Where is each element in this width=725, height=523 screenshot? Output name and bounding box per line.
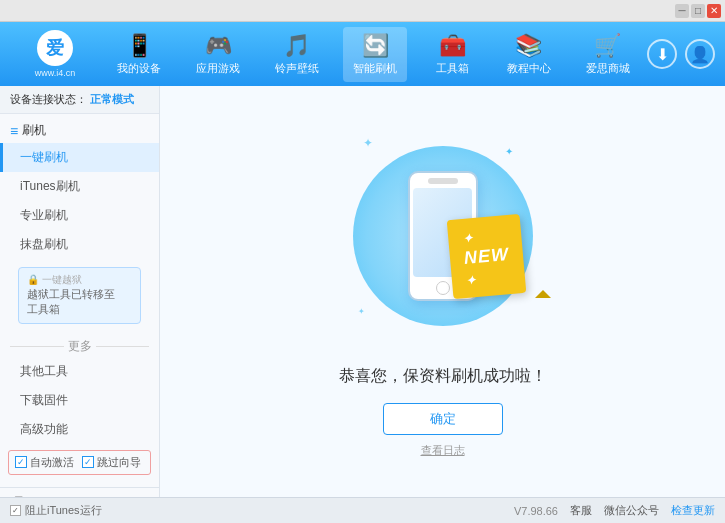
sparkle-1: ✦ — [363, 136, 373, 150]
notice-lock-label: 🔒 一键越狱 — [27, 273, 132, 287]
stop-itunes-label: 阻止iTunes运行 — [25, 503, 102, 518]
nav-smart-flash-label: 智能刷机 — [353, 61, 397, 76]
nav-tutorials-label: 教程中心 — [507, 61, 551, 76]
main-layout: 设备连接状态： 正常模式 ≡ 刷机 一键刷机 iTunes刷机 专业刷机 抹盘刷… — [0, 86, 725, 497]
nav-apps-label: 应用游戏 — [196, 61, 240, 76]
itunes-flash-label: iTunes刷机 — [20, 179, 80, 193]
sidebar-item-pro-flash[interactable]: 专业刷机 — [0, 201, 159, 230]
logo-area: 爱 www.i4.cn — [10, 30, 100, 78]
sidebar-item-wipe-flash[interactable]: 抹盘刷机 — [0, 230, 159, 259]
nav-tutorials-icon: 📚 — [515, 33, 542, 59]
logo-subtitle: www.i4.cn — [35, 68, 76, 78]
nav-ringtones-icon: 🎵 — [283, 33, 310, 59]
nav-tutorials[interactable]: 📚 教程中心 — [497, 27, 561, 82]
phone-top-bar — [428, 178, 458, 184]
content-area: ✦ ✦ ✦ NEW 恭喜您，保资料刷机成功啦！ 确定 查看日志 — [160, 86, 725, 497]
status-bar: 设备连接状态： 正常模式 — [0, 86, 159, 114]
footer-left: ✓ 阻止iTunes运行 — [10, 503, 102, 518]
auto-activate-cb-icon: ✓ — [15, 456, 27, 468]
nav-apps-games[interactable]: 🎮 应用游戏 — [186, 27, 250, 82]
footer: ✓ 阻止iTunes运行 V7.98.66 客服 微信公众号 检查更新 — [0, 497, 725, 523]
one-click-flash-label: 一键刷机 — [20, 150, 68, 164]
status-value: 正常模式 — [90, 93, 134, 105]
nav-bar: 📱 我的设备 🎮 应用游戏 🎵 铃声壁纸 🔄 智能刷机 🧰 工具箱 📚 教程中心… — [100, 27, 647, 82]
download-firmware-label: 下载固件 — [20, 393, 68, 407]
nav-store-icon: 🛒 — [594, 33, 621, 59]
sparkle-2: ✦ — [505, 146, 513, 157]
advanced-label: 高级功能 — [20, 422, 68, 436]
nav-store-label: 爱思商城 — [586, 61, 630, 76]
other-tools-label: 其他工具 — [20, 364, 68, 378]
sparkle-3: ✦ — [358, 307, 365, 316]
flash-section-icon: ≡ — [10, 123, 18, 139]
new-badge: NEW — [446, 213, 526, 298]
ribbon-right — [543, 290, 551, 298]
auto-activate-label: 自动激活 — [30, 455, 74, 470]
header-actions: ⬇ 👤 — [647, 39, 715, 69]
wipe-flash-label: 抹盘刷机 — [20, 237, 68, 251]
nav-smart-flash-icon: 🔄 — [362, 33, 389, 59]
header: 爱 www.i4.cn 📱 我的设备 🎮 应用游戏 🎵 铃声壁纸 🔄 智能刷机 … — [0, 22, 725, 86]
secondary-link[interactable]: 查看日志 — [421, 443, 465, 458]
sidebar-item-download-firmware[interactable]: 下载固件 — [0, 386, 159, 415]
checkbox-row: ✓ 自动激活 ✓ 跳过向导 — [8, 450, 151, 475]
auto-activate-checkbox[interactable]: ✓ 自动激活 — [15, 455, 74, 470]
phone-illustration: ✦ ✦ ✦ NEW — [333, 126, 553, 346]
sidebar-item-itunes-flash[interactable]: iTunes刷机 — [0, 172, 159, 201]
success-message: 恭喜您，保资料刷机成功啦！ — [339, 366, 547, 387]
nav-toolbox-icon: 🧰 — [439, 33, 466, 59]
nav-my-device[interactable]: 📱 我的设备 — [107, 27, 171, 82]
nav-device-label: 我的设备 — [117, 61, 161, 76]
skip-guide-label: 跳过向导 — [97, 455, 141, 470]
more-section-header: 更多 — [0, 332, 159, 357]
pro-flash-label: 专业刷机 — [20, 208, 68, 222]
divider-line-right — [96, 346, 150, 347]
device-section: 📱 iPhone 12 mini 64GB Down-12mini-13.1 — [0, 487, 159, 497]
close-button[interactable]: ✕ — [707, 4, 721, 18]
logo-icon: 爱 — [37, 30, 73, 66]
skip-guide-cb-icon: ✓ — [82, 456, 94, 468]
wechat-public-link[interactable]: 微信公众号 — [604, 503, 659, 518]
flash-section-header: ≡ 刷机 — [0, 114, 159, 143]
confirm-button[interactable]: 确定 — [383, 403, 503, 435]
title-bar: ─ □ ✕ — [0, 0, 725, 22]
nav-toolbox-label: 工具箱 — [436, 61, 469, 76]
nav-ringtones[interactable]: 🎵 铃声壁纸 — [265, 27, 329, 82]
sidebar-item-other-tools[interactable]: 其他工具 — [0, 357, 159, 386]
check-update-link[interactable]: 检查更新 — [671, 503, 715, 518]
notice-text: 越狱工具已转移至工具箱 — [27, 287, 132, 318]
device-phone-icon: 📱 — [10, 496, 27, 497]
divider-line-left — [10, 346, 64, 347]
device-name: 📱 iPhone 12 mini — [10, 496, 149, 497]
nav-apps-icon: 🎮 — [205, 33, 232, 59]
nav-toolbox[interactable]: 🧰 工具箱 — [422, 27, 482, 82]
sidebar-item-advanced[interactable]: 高级功能 — [0, 415, 159, 444]
nav-device-icon: 📱 — [126, 33, 153, 59]
maximize-button[interactable]: □ — [691, 4, 705, 18]
nav-smart-flash[interactable]: 🔄 智能刷机 — [343, 27, 407, 82]
stop-itunes-checkbox[interactable]: ✓ — [10, 505, 21, 516]
status-label: 设备连接状态： — [10, 93, 87, 105]
minimize-button[interactable]: ─ — [675, 4, 689, 18]
customer-service-link[interactable]: 客服 — [570, 503, 592, 518]
nav-ringtones-label: 铃声壁纸 — [275, 61, 319, 76]
skip-guide-checkbox[interactable]: ✓ 跳过向导 — [82, 455, 141, 470]
download-button[interactable]: ⬇ — [647, 39, 677, 69]
ribbon-left — [535, 290, 543, 298]
footer-version: V7.98.66 — [514, 505, 558, 517]
nav-store[interactable]: 🛒 爱思商城 — [576, 27, 640, 82]
sidebar: 设备连接状态： 正常模式 ≡ 刷机 一键刷机 iTunes刷机 专业刷机 抹盘刷… — [0, 86, 160, 497]
user-button[interactable]: 👤 — [685, 39, 715, 69]
more-section-title: 更多 — [68, 338, 92, 355]
phone-home-btn — [436, 281, 450, 295]
footer-right: V7.98.66 客服 微信公众号 检查更新 — [514, 503, 715, 518]
sidebar-item-one-click-flash[interactable]: 一键刷机 — [0, 143, 159, 172]
flash-section-title: 刷机 — [22, 122, 46, 139]
jailbreak-notice: 🔒 一键越狱 越狱工具已转移至工具箱 — [18, 267, 141, 324]
